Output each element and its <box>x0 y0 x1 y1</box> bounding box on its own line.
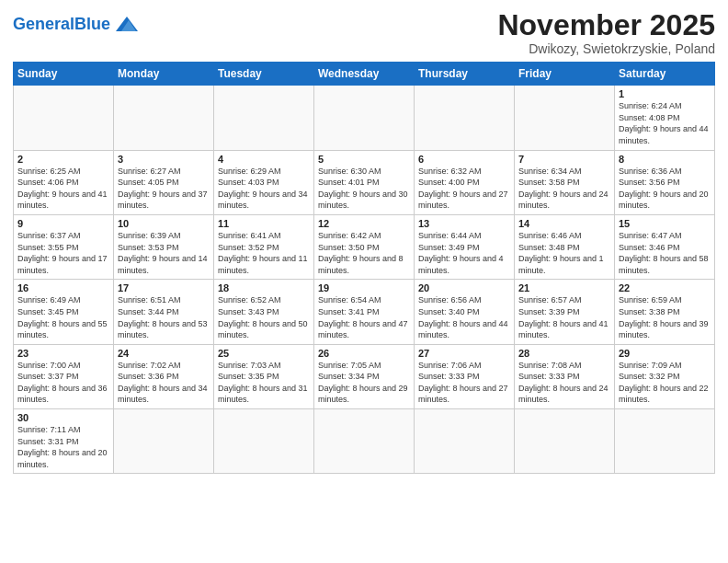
day-info: Sunrise: 6:57 AM Sunset: 3:39 PM Dayligh… <box>518 294 610 340</box>
day-info: Sunrise: 7:11 AM Sunset: 3:31 PM Dayligh… <box>17 424 109 470</box>
day-info: Sunrise: 6:34 AM Sunset: 3:58 PM Dayligh… <box>518 166 610 212</box>
day-number: 10 <box>118 218 210 229</box>
day-number: 25 <box>218 348 310 359</box>
day-info: Sunrise: 6:29 AM Sunset: 4:03 PM Dayligh… <box>218 166 310 212</box>
calendar-cell: 6Sunrise: 6:32 AM Sunset: 4:00 PM Daylig… <box>415 150 515 214</box>
day-info: Sunrise: 7:05 AM Sunset: 3:34 PM Dayligh… <box>318 360 410 406</box>
day-number: 13 <box>418 218 510 229</box>
calendar-cell <box>515 409 615 474</box>
day-number: 12 <box>318 218 410 229</box>
day-number: 2 <box>17 154 109 165</box>
day-info: Sunrise: 7:08 AM Sunset: 3:33 PM Dayligh… <box>518 360 610 406</box>
calendar-cell: 10Sunrise: 6:39 AM Sunset: 3:53 PM Dayli… <box>114 214 214 279</box>
calendar-cell <box>415 86 515 150</box>
calendar-cell: 25Sunrise: 7:03 AM Sunset: 3:35 PM Dayli… <box>214 344 314 408</box>
calendar-cell: 18Sunrise: 6:52 AM Sunset: 3:43 PM Dayli… <box>214 280 314 344</box>
calendar-table: SundayMondayTuesdayWednesdayThursdayFrid… <box>13 62 715 474</box>
day-number: 3 <box>118 154 210 165</box>
calendar-cell: 14Sunrise: 6:46 AM Sunset: 3:48 PM Dayli… <box>515 214 615 279</box>
calendar-week-3: 16Sunrise: 6:49 AM Sunset: 3:45 PM Dayli… <box>14 280 715 344</box>
calendar-header-wednesday: Wednesday <box>314 63 415 86</box>
day-info: Sunrise: 6:42 AM Sunset: 3:50 PM Dayligh… <box>318 230 410 276</box>
calendar-cell: 1Sunrise: 6:24 AM Sunset: 4:08 PM Daylig… <box>615 86 715 150</box>
calendar-header-thursday: Thursday <box>415 63 515 86</box>
calendar-cell: 4Sunrise: 6:29 AM Sunset: 4:03 PM Daylig… <box>214 150 314 214</box>
calendar-cell <box>14 86 114 150</box>
day-number: 5 <box>318 154 410 165</box>
calendar-header-row: SundayMondayTuesdayWednesdayThursdayFrid… <box>14 63 715 86</box>
day-number: 14 <box>518 218 610 229</box>
calendar-week-0: 1Sunrise: 6:24 AM Sunset: 4:08 PM Daylig… <box>14 86 715 150</box>
calendar-cell: 2Sunrise: 6:25 AM Sunset: 4:06 PM Daylig… <box>14 150 114 214</box>
calendar-cell: 19Sunrise: 6:54 AM Sunset: 3:41 PM Dayli… <box>314 280 415 344</box>
calendar-cell: 16Sunrise: 6:49 AM Sunset: 3:45 PM Dayli… <box>14 280 114 344</box>
calendar-cell <box>214 86 314 150</box>
calendar-week-4: 23Sunrise: 7:00 AM Sunset: 3:37 PM Dayli… <box>14 344 715 408</box>
calendar-cell: 23Sunrise: 7:00 AM Sunset: 3:37 PM Dayli… <box>14 344 114 408</box>
calendar-header-monday: Monday <box>114 63 214 86</box>
day-info: Sunrise: 6:51 AM Sunset: 3:44 PM Dayligh… <box>118 294 210 340</box>
day-number: 1 <box>619 88 711 99</box>
calendar-cell: 11Sunrise: 6:41 AM Sunset: 3:52 PM Dayli… <box>214 214 314 279</box>
calendar-cell: 24Sunrise: 7:02 AM Sunset: 3:36 PM Dayli… <box>114 344 214 408</box>
calendar-cell: 12Sunrise: 6:42 AM Sunset: 3:50 PM Dayli… <box>314 214 415 279</box>
day-number: 17 <box>118 282 210 293</box>
day-info: Sunrise: 7:03 AM Sunset: 3:35 PM Dayligh… <box>218 360 310 406</box>
day-number: 30 <box>17 412 109 423</box>
calendar-cell <box>114 86 214 150</box>
calendar-cell: 27Sunrise: 7:06 AM Sunset: 3:33 PM Dayli… <box>415 344 515 408</box>
day-number: 11 <box>218 218 310 229</box>
day-number: 16 <box>17 282 109 293</box>
calendar-header-sunday: Sunday <box>14 63 114 86</box>
calendar-cell: 22Sunrise: 6:59 AM Sunset: 3:38 PM Dayli… <box>615 280 715 344</box>
calendar-cell: 29Sunrise: 7:09 AM Sunset: 3:32 PM Dayli… <box>615 344 715 408</box>
day-number: 4 <box>218 154 310 165</box>
calendar-cell: 17Sunrise: 6:51 AM Sunset: 3:44 PM Dayli… <box>114 280 214 344</box>
day-info: Sunrise: 6:54 AM Sunset: 3:41 PM Dayligh… <box>318 294 410 340</box>
calendar-cell <box>114 409 214 474</box>
day-info: Sunrise: 7:09 AM Sunset: 3:32 PM Dayligh… <box>619 360 711 406</box>
day-number: 24 <box>118 348 210 359</box>
calendar-header-saturday: Saturday <box>615 63 715 86</box>
calendar-cell: 9Sunrise: 6:37 AM Sunset: 3:55 PM Daylig… <box>14 214 114 279</box>
day-number: 7 <box>518 154 610 165</box>
calendar-week-5: 30Sunrise: 7:11 AM Sunset: 3:31 PM Dayli… <box>14 409 715 474</box>
day-info: Sunrise: 6:56 AM Sunset: 3:40 PM Dayligh… <box>418 294 510 340</box>
day-info: Sunrise: 6:52 AM Sunset: 3:43 PM Dayligh… <box>218 294 310 340</box>
calendar-cell: 26Sunrise: 7:05 AM Sunset: 3:34 PM Dayli… <box>314 344 415 408</box>
day-number: 22 <box>619 282 711 293</box>
page: GeneralBlue November 2025 Dwikozy, Swiet… <box>0 0 728 563</box>
day-number: 26 <box>318 348 410 359</box>
calendar-cell <box>214 409 314 474</box>
calendar-cell: 21Sunrise: 6:57 AM Sunset: 3:39 PM Dayli… <box>515 280 615 344</box>
logo-general: General <box>13 15 74 33</box>
day-info: Sunrise: 6:32 AM Sunset: 4:00 PM Dayligh… <box>418 166 510 212</box>
day-number: 15 <box>619 218 711 229</box>
day-number: 19 <box>318 282 410 293</box>
calendar-cell: 3Sunrise: 6:27 AM Sunset: 4:05 PM Daylig… <box>114 150 214 214</box>
calendar-cell: 8Sunrise: 6:36 AM Sunset: 3:56 PM Daylig… <box>615 150 715 214</box>
day-number: 6 <box>418 154 510 165</box>
location: Dwikozy, Swietokrzyskie, Poland <box>497 41 715 56</box>
day-number: 28 <box>518 348 610 359</box>
calendar-week-2: 9Sunrise: 6:37 AM Sunset: 3:55 PM Daylig… <box>14 214 715 279</box>
calendar-cell: 28Sunrise: 7:08 AM Sunset: 3:33 PM Dayli… <box>515 344 615 408</box>
day-number: 9 <box>17 218 109 229</box>
day-info: Sunrise: 6:27 AM Sunset: 4:05 PM Dayligh… <box>118 166 210 212</box>
day-info: Sunrise: 6:25 AM Sunset: 4:06 PM Dayligh… <box>17 166 109 212</box>
calendar-cell: 30Sunrise: 7:11 AM Sunset: 3:31 PM Dayli… <box>14 409 114 474</box>
day-info: Sunrise: 6:49 AM Sunset: 3:45 PM Dayligh… <box>17 294 109 340</box>
calendar-cell <box>615 409 715 474</box>
calendar-cell <box>515 86 615 150</box>
calendar-cell <box>314 409 415 474</box>
logo-blue: Blue <box>74 15 110 33</box>
day-info: Sunrise: 6:30 AM Sunset: 4:01 PM Dayligh… <box>318 166 410 212</box>
calendar-cell <box>415 409 515 474</box>
calendar-header-tuesday: Tuesday <box>214 63 314 86</box>
day-number: 18 <box>218 282 310 293</box>
calendar-cell <box>314 86 415 150</box>
day-info: Sunrise: 6:39 AM Sunset: 3:53 PM Dayligh… <box>118 230 210 276</box>
logo: GeneralBlue <box>13 13 142 35</box>
day-info: Sunrise: 6:41 AM Sunset: 3:52 PM Dayligh… <box>218 230 310 276</box>
day-info: Sunrise: 6:46 AM Sunset: 3:48 PM Dayligh… <box>518 230 610 276</box>
